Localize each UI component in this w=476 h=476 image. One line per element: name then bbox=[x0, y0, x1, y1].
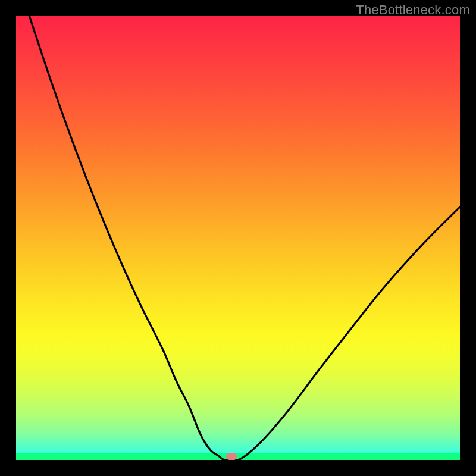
bottleneck-curve bbox=[16, 16, 460, 460]
watermark-text: TheBottleneck.com bbox=[356, 2, 470, 18]
plot-area bbox=[16, 16, 460, 460]
baseline-strip bbox=[16, 453, 460, 460]
chart-container: TheBottleneck.com bbox=[0, 0, 476, 476]
optimal-point-marker bbox=[226, 453, 237, 460]
